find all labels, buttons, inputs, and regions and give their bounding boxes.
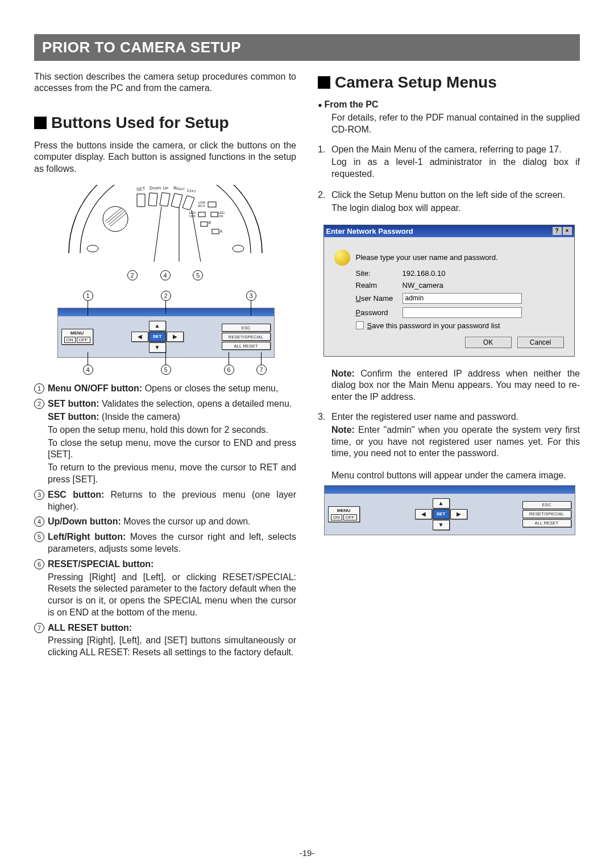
panel2-set-button[interactable]: SET [433, 509, 450, 519]
dialog-realm-label: Realm [356, 281, 403, 290]
dome-callout-2: 2 [127, 270, 138, 280]
step-text: Open the Main Menu of the camera, referr… [331, 144, 562, 154]
panel2-arrow-right[interactable]: ▶ [450, 509, 467, 519]
panel2-reset-special-button[interactable]: RESET/SPECIAL [522, 510, 571, 518]
dialog-site-value: 192.168.0.10 [403, 269, 446, 278]
list-item-subtext: To open the setup menu, hold this down f… [48, 424, 296, 436]
from-pc-body: For details, refer to the PDF manual con… [318, 112, 580, 136]
panel-menu-on[interactable]: ON [64, 337, 76, 343]
panel-menu-label: MENU [64, 330, 90, 336]
note-1: Note: Confirm the entered IP address whe… [318, 368, 580, 403]
panel-bot-callout-4: 4 [83, 365, 93, 375]
dialog-save-checkbox[interactable] [356, 321, 364, 329]
dialog-prompt: Please type your user name and password. [356, 253, 498, 262]
panel-top-callout-3: 3 [246, 291, 256, 301]
list-item-title: ESC button: [48, 490, 104, 499]
panel-arrow-pad: ▲ ◀ SET ▶ ▼ [131, 321, 184, 353]
dialog-ok-button[interactable]: OK [465, 337, 512, 348]
panel2-all-reset-button[interactable]: ALL RESET [522, 519, 571, 527]
list-item-subtitle: SET button: [48, 412, 99, 421]
list-item-subtext: Pressing [Right] and [Left], or clicking… [48, 572, 296, 619]
setup-steps-list-cont: Enter the registered user name and passw… [318, 411, 580, 482]
svg-point-11 [233, 245, 244, 252]
section-heading-buttons-text: Buttons Used for Setup [51, 114, 229, 131]
dome-label-led-on: LEDON [218, 211, 225, 218]
list-item-text: Moves the cursor up and down. [121, 516, 251, 526]
step-follow: The login dialog box will appear. [331, 202, 580, 214]
login-dialog-figure: Enter Network Password ? × Please type y… [323, 225, 575, 357]
intro-paragraph: This section describes the camera setup … [34, 71, 296, 94]
dialog-realm-value: NW_camera [403, 281, 443, 290]
dialog-site-label: Site: [356, 269, 403, 278]
list-item-title: Menu ON/OFF button: [48, 383, 142, 393]
list-item: SET button: Validates the selection, ope… [34, 398, 296, 486]
dome-callout-5: 5 [193, 270, 203, 280]
note-1-head: Note: [331, 369, 355, 378]
step3-follow: Menu control buttons will appear under t… [331, 470, 580, 482]
dialog-username-input[interactable]: admin [403, 293, 522, 304]
panel-top-callout-1: 1 [83, 291, 93, 301]
list-item-title: Up/Down button: [48, 516, 121, 526]
svg-rect-6 [198, 212, 205, 217]
panel-reset-special-button[interactable]: RESET/SPECIAL [222, 333, 271, 341]
list-item-title: RESET/SPECIAL button: [48, 559, 154, 569]
dialog-help-icon[interactable]: ? [553, 227, 562, 235]
panel2-menu-label: MENU [331, 508, 357, 513]
svg-line-12 [154, 206, 161, 262]
dome-label-b: B [209, 221, 211, 225]
panel2-arrow-left[interactable]: ◀ [415, 509, 432, 519]
dialog-cancel-button[interactable]: Cancel [517, 337, 564, 348]
panel2-menu-box[interactable]: MENU ON OFF [328, 506, 360, 522]
dialog-password-label: Password [356, 308, 403, 317]
note-1-body: Confirm the entered IP address when neit… [331, 369, 580, 402]
panel2-arrow-down[interactable]: ▼ [433, 520, 450, 530]
dome-label-led-off: LEDOFF [189, 211, 196, 218]
page-header-banner: PRIOR TO CAMERA SETUP [34, 34, 580, 61]
camera-dome-svg [52, 185, 279, 270]
camera-dome-figure: SET DOWN UP RIGHT LEFT LINKRCV LEDOFF LE… [52, 185, 279, 280]
panel-arrow-down[interactable]: ▼ [149, 342, 166, 353]
panel-bot-callout-7: 7 [256, 365, 267, 375]
panel-bot-callout-5: 5 [161, 365, 171, 375]
panel2-menu-on[interactable]: ON [331, 514, 342, 520]
list-item-subtext: To return to the previous menu, move the… [48, 462, 296, 486]
from-pc-heading: From the PC [318, 100, 580, 110]
panel-arrow-left[interactable]: ◀ [131, 332, 148, 342]
panel-menu-box[interactable]: MENU ON OFF [61, 329, 93, 345]
list-item-subtext: (Inside the camera) [99, 412, 180, 421]
svg-rect-8 [201, 222, 208, 226]
panel-arrow-right[interactable]: ▶ [167, 332, 184, 342]
list-item-text: Opens or closes the setup menu, [142, 383, 278, 393]
svg-rect-7 [211, 212, 218, 217]
panel-all-reset-button[interactable]: ALL RESET [222, 342, 271, 350]
panel-esc-button[interactable]: ESC [222, 324, 271, 332]
section-heading-buttons: Buttons Used for Setup [34, 114, 296, 132]
list-item: RESET/SPECIAL button: Pressing [Right] a… [34, 559, 296, 619]
button-definition-list: Menu ON/OFF button: Opens or closes the … [34, 383, 296, 659]
svg-rect-9 [212, 229, 219, 234]
list-item-title: ALL RESET button: [48, 623, 132, 633]
setup-steps-list: Open the Main Menu of the camera, referr… [318, 144, 580, 214]
panel-set-button[interactable]: SET [149, 332, 166, 342]
panel2-menu-off[interactable]: OFF [343, 514, 357, 520]
dialog-save-label: Save this password in your password list [367, 321, 500, 330]
dialog-title-text: Enter Network Password [326, 227, 413, 235]
list-item: ESC button: Returns to the previous menu… [34, 489, 296, 513]
panel-menu-off[interactable]: OFF [77, 337, 90, 343]
list-item: Menu ON/OFF button: Opens or closes the … [34, 383, 296, 395]
dialog-close-icon[interactable]: × [563, 227, 572, 235]
dialog-username-label: User Name [356, 294, 403, 303]
control-panel-figure-2: MENU ON OFF ▲ ◀ SET ▶ [324, 485, 574, 535]
step-text: Enter the registered user name and passw… [331, 412, 518, 421]
control-panel-figure: 1 2 3 MENU ON OFF [57, 291, 273, 375]
right-column: Camera Setup Menus From the PC For detai… [318, 71, 580, 662]
dialog-password-input[interactable] [403, 307, 522, 318]
dome-callout-4: 4 [160, 270, 171, 280]
panel2-arrow-up[interactable]: ▲ [433, 498, 450, 509]
step-text: Click the Setup Menu button on the left … [331, 190, 565, 200]
panel2-esc-button[interactable]: ESC [522, 501, 571, 509]
step-follow: Log in as a level-1 administrator in the… [331, 156, 580, 180]
list-item-subtext: To close the setup menu, move the cursor… [48, 437, 296, 461]
panel-arrow-up[interactable]: ▲ [149, 321, 166, 331]
svg-point-10 [87, 245, 98, 252]
